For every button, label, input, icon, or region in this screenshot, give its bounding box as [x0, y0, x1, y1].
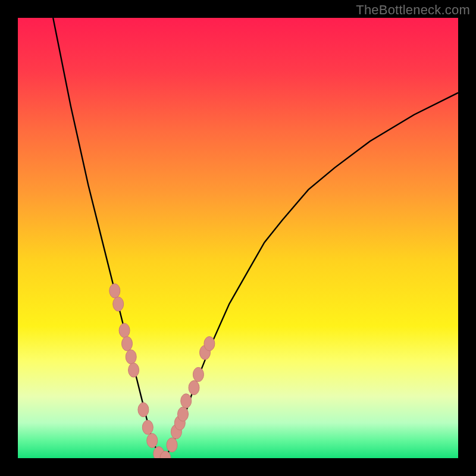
marker-point [142, 420, 153, 434]
marker-point [109, 284, 120, 298]
marker-point [129, 363, 139, 377]
marker-point [113, 297, 124, 311]
marker-point [147, 433, 158, 447]
marker-point [167, 438, 177, 452]
marker-point [181, 394, 192, 408]
marker-point [126, 350, 136, 364]
marker-point [204, 337, 215, 351]
watermark-text: TheBottleneck.com [356, 2, 470, 18]
gradient-background [18, 18, 458, 458]
outer-frame: TheBottleneck.com [0, 0, 476, 476]
plot-svg [18, 18, 458, 458]
marker-point [193, 367, 203, 381]
marker-point [178, 407, 189, 421]
plot-area [18, 18, 458, 458]
marker-point [119, 323, 130, 337]
marker-point [138, 403, 149, 417]
marker-point [189, 381, 199, 395]
marker-point [122, 337, 133, 351]
